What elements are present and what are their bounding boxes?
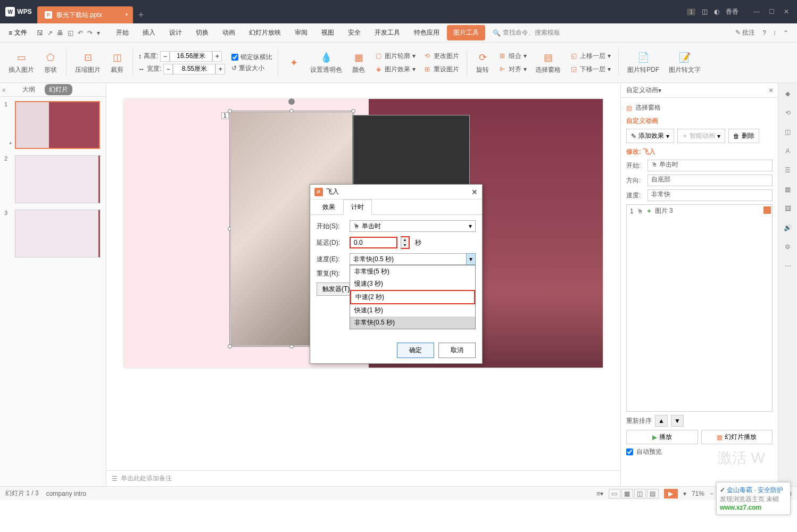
tool-7-icon[interactable]: 🖼 bbox=[782, 202, 794, 215]
lock-aspect-checkbox[interactable]: 锁定纵横比 bbox=[231, 53, 272, 62]
undo-icon[interactable]: ↶ bbox=[78, 29, 83, 37]
effect-button[interactable]: ◈图片效果 ▾ bbox=[372, 64, 418, 75]
speed-select[interactable]: 非常快 bbox=[647, 189, 773, 201]
tool-1-icon[interactable]: ◆ bbox=[782, 87, 794, 100]
collapse-ribbon-icon[interactable]: ⌃ bbox=[783, 29, 788, 37]
sorter-view-button[interactable]: ▦ bbox=[621, 489, 633, 498]
add-tab-button[interactable]: + bbox=[133, 6, 149, 23]
dialog-titlebar[interactable]: P 飞入 ✕ bbox=[310, 185, 482, 200]
width-minus[interactable]: − bbox=[163, 64, 173, 74]
dlg-delay-input[interactable] bbox=[350, 237, 397, 248]
tab-review[interactable]: 审阅 bbox=[288, 25, 314, 40]
app-logo[interactable]: W WPS bbox=[0, 0, 37, 23]
move-down-button[interactable]: ▼ bbox=[671, 415, 684, 427]
width-spinner[interactable]: − + bbox=[163, 64, 225, 74]
outline-tab[interactable]: 大纲 bbox=[18, 84, 39, 95]
smart-animation-button[interactable]: ✦智能动画 ▾ bbox=[677, 129, 725, 143]
direction-select[interactable]: 自底部 bbox=[647, 174, 773, 186]
ribbon-options-icon[interactable]: ⁝ bbox=[774, 29, 776, 37]
tool-2-icon[interactable]: ⟲ bbox=[782, 106, 794, 119]
notes-view-button[interactable]: ▤ bbox=[647, 489, 659, 498]
dlg-speed-dropdown-button[interactable]: ▾ bbox=[466, 253, 476, 265]
comment-button[interactable]: ✎ 批注 bbox=[735, 28, 755, 37]
compress-button[interactable]: ⊡压缩图片 bbox=[72, 49, 104, 76]
speed-option-3[interactable]: 快速(1 秒) bbox=[350, 304, 475, 317]
tab-view[interactable]: 视图 bbox=[315, 25, 341, 40]
dialog-close-icon[interactable]: ✕ bbox=[471, 188, 478, 196]
speed-option-0[interactable]: 非常慢(5 秒) bbox=[350, 265, 475, 278]
move-up-button[interactable]: ▲ bbox=[655, 415, 668, 427]
pic-to-pdf-button[interactable]: 📄图片转PDF bbox=[624, 49, 662, 76]
document-tab[interactable]: P 极光下载站.pptx • bbox=[37, 6, 133, 23]
thumbnail-1[interactable]: 1 ⋆ bbox=[4, 101, 102, 149]
notes-toggle-icon[interactable]: ≡▾ bbox=[596, 490, 603, 497]
shape-button[interactable]: ⬠形状 bbox=[40, 49, 61, 76]
size-link-icon[interactable]: ↕ bbox=[138, 53, 142, 60]
snap-button[interactable]: ✦ bbox=[284, 55, 304, 71]
tab-transition[interactable]: 切换 bbox=[189, 25, 215, 40]
outline-button[interactable]: ▢图片轮廓 ▾ bbox=[372, 51, 418, 62]
reset-pic-button[interactable]: ⊞重设图片 bbox=[421, 64, 461, 75]
spin-down[interactable]: ▼ bbox=[401, 243, 409, 248]
tool-3-icon[interactable]: ◫ bbox=[782, 126, 794, 138]
speed-option-1[interactable]: 慢速(3 秒) bbox=[350, 278, 475, 290]
dlg-speed-select[interactable]: 非常快(0.5 秒) bbox=[350, 253, 476, 265]
file-menu[interactable]: ≡ 文件 bbox=[4, 26, 31, 39]
tab-security[interactable]: 安全 bbox=[342, 25, 367, 40]
notes-bar[interactable]: ☰ 单击此处添加备注 bbox=[106, 470, 620, 486]
slides-tab[interactable]: 幻灯片 bbox=[45, 84, 72, 95]
help-icon[interactable]: ? bbox=[762, 29, 766, 37]
thumb-preview[interactable] bbox=[15, 210, 100, 257]
add-effect-button[interactable]: ✎添加效果 ▾ bbox=[626, 129, 674, 143]
security-popup[interactable]: ✓ 金山毒霸 · 安全防护 发现浏览器主页 未锁 www.xz7.com bbox=[716, 482, 791, 515]
delete-button[interactable]: 🗑删除 bbox=[728, 129, 759, 143]
thumb-preview[interactable] bbox=[15, 155, 100, 203]
group-button[interactable]: ⊞组合 ▾ bbox=[496, 51, 529, 62]
spin-up[interactable]: ▲ bbox=[401, 237, 409, 243]
tool-8-icon[interactable]: 🔊 bbox=[782, 221, 794, 234]
print-icon[interactable]: 🖶 bbox=[57, 29, 63, 37]
tool-5-icon[interactable]: ☰ bbox=[782, 164, 794, 177]
autopreview-checkbox[interactable]: 自动预览 bbox=[626, 447, 773, 456]
rotate-handle[interactable] bbox=[288, 98, 295, 105]
selection-pane-link[interactable]: ▤ 选择窗格 bbox=[626, 103, 773, 112]
dialog-tab-effect[interactable]: 效果 bbox=[314, 200, 343, 215]
height-input[interactable] bbox=[170, 51, 212, 62]
ok-button[interactable]: 确定 bbox=[397, 343, 434, 358]
normal-view-button[interactable]: ▭ bbox=[609, 489, 620, 498]
tab-animation[interactable]: 动画 bbox=[216, 25, 242, 40]
save-icon[interactable]: 🖫 bbox=[37, 29, 43, 37]
insert-picture-button[interactable]: ▭插入图片 bbox=[5, 49, 37, 76]
cancel-button[interactable]: 取消 bbox=[438, 343, 476, 358]
notification-badge[interactable]: 1 bbox=[687, 9, 695, 15]
theme-icon[interactable]: ◫ bbox=[702, 8, 708, 15]
zoom-level[interactable]: 71% bbox=[692, 490, 704, 497]
width-plus[interactable]: + bbox=[215, 64, 225, 74]
print-preview-icon[interactable]: ◱ bbox=[68, 29, 73, 37]
minimize-button[interactable]: — bbox=[752, 7, 761, 16]
play-dropdown-icon[interactable]: ▾ bbox=[683, 490, 686, 497]
dlg-delay-spinner[interactable]: ▲ ▼ bbox=[401, 236, 410, 249]
change-pic-button[interactable]: ⟲更改图片 bbox=[421, 51, 461, 62]
animation-list[interactable]: 1 🖱 ✦ 图片 3 bbox=[626, 204, 773, 412]
maximize-button[interactable]: ☐ bbox=[767, 7, 776, 16]
thumbnail-3[interactable]: 3 bbox=[4, 210, 102, 257]
crop-button[interactable]: ◫裁剪 bbox=[107, 49, 127, 76]
pic-to-text-button[interactable]: 📝图片转文字 bbox=[666, 49, 704, 76]
tab-insert[interactable]: 插入 bbox=[136, 25, 162, 40]
close-pane-icon[interactable]: ✕ bbox=[768, 87, 774, 94]
height-spinner[interactable]: − + bbox=[160, 51, 222, 62]
tool-9-icon[interactable]: ⚙ bbox=[782, 240, 794, 253]
item-dropdown-icon[interactable] bbox=[763, 206, 771, 214]
animation-item[interactable]: 1 🖱 ✦ 图片 3 bbox=[627, 205, 772, 217]
send-backward-button[interactable]: ◲下移一层 ▾ bbox=[567, 64, 613, 75]
speed-option-2[interactable]: 中速(2 秒) bbox=[350, 290, 475, 304]
bring-forward-button[interactable]: ◱上移一层 ▾ bbox=[567, 51, 613, 62]
command-search[interactable]: 🔍 查找命令、搜索模板 bbox=[493, 28, 560, 37]
close-button[interactable]: ✕ bbox=[782, 7, 791, 16]
slideshow-button[interactable]: ▦幻灯片播放 bbox=[701, 430, 773, 444]
dialog-tab-timing[interactable]: 计时 bbox=[343, 200, 372, 215]
play-button[interactable]: ▶播放 bbox=[626, 430, 698, 444]
color-button[interactable]: ▦颜色 bbox=[348, 49, 369, 76]
start-select[interactable]: 🖱 单击时 bbox=[647, 160, 773, 171]
